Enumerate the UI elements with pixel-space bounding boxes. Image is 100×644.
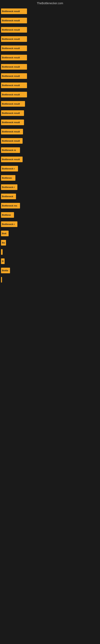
bar-label: Bottleneck result xyxy=(2,47,20,50)
bar-row: Bottleneck result xyxy=(1,82,99,88)
bottleneck-bar: Bottleneck result xyxy=(1,46,27,51)
site-title: TheBottlenecker.com xyxy=(0,0,100,6)
bar-row: Bottleneck result xyxy=(1,64,99,70)
bottleneck-bar: Bottlenec xyxy=(1,175,15,181)
bottleneck-bar: Bottleneck result xyxy=(1,36,27,42)
bottleneck-bar: Bottle xyxy=(1,268,10,273)
bar-row: Bottleneck result xyxy=(1,120,99,125)
bar-label: Bottleneck result xyxy=(2,130,20,133)
bars-container: Bottleneck resultBottleneck resultBottle… xyxy=(0,6,100,288)
bar-row: Bottle xyxy=(1,268,99,273)
bottleneck-bar: Bottleneck result xyxy=(1,156,23,162)
bar-row: Bottleneck result xyxy=(1,129,99,134)
bar-label: Bottleneck result xyxy=(2,10,20,12)
bar-label: Bottleneck r xyxy=(2,168,15,170)
bar-row: Bottleneck r xyxy=(1,184,99,190)
bar-label: Bottleneck result xyxy=(2,140,20,142)
bar-label: Bottleneck result xyxy=(2,94,20,96)
bottleneck-bar: Bottleneck result xyxy=(1,120,24,125)
bar-row: Bottleneck result xyxy=(1,46,99,51)
bar-label: B xyxy=(2,260,3,262)
bar-label: Bottleneck result xyxy=(2,103,20,105)
bar-row xyxy=(1,249,99,255)
bottleneck-bar: Bottleneck result xyxy=(1,27,27,32)
bar-row: Bottleneck result xyxy=(1,36,99,42)
bar-row: Bottleneck result xyxy=(1,27,99,32)
bar-label: Bottleneck result xyxy=(2,19,20,22)
bottleneck-bar: Bottleneck r xyxy=(1,184,17,190)
bottleneck-bar: Bottleneck res xyxy=(1,203,20,208)
bar-label: Bottleneck result xyxy=(2,38,20,40)
bottleneck-bar: B xyxy=(1,258,4,264)
bar-row: Bottleneck r xyxy=(1,222,99,227)
bar-label: Bottleneck result xyxy=(2,158,20,160)
bar-row: Bottleneck r xyxy=(1,166,99,172)
bottleneck-bar: Bottleneck result xyxy=(1,129,23,134)
bar-row: Bottleneck result xyxy=(1,138,99,144)
bar-row: Bottlene xyxy=(1,212,99,218)
bottleneck-bar: Bottleneck xyxy=(1,194,16,199)
bar-label: Bottleneck r xyxy=(2,223,15,226)
bar-label: Bottlenec xyxy=(2,177,12,179)
bar-row: Bottleneck result xyxy=(1,156,99,162)
bar-label: Bottleneck result xyxy=(2,56,20,59)
bar-label: Bottleneck result xyxy=(2,75,20,77)
bottleneck-bar: Bottleneck result xyxy=(1,64,27,70)
bottleneck-bar: Bottleneck result xyxy=(1,55,27,60)
bar-row: Bottleneck xyxy=(1,194,99,199)
bar-row: Bottleneck result xyxy=(1,110,99,116)
bar-label: Bottleneck result xyxy=(2,28,20,31)
bar-row: Bottleneck result xyxy=(1,92,99,98)
bottleneck-bar: Bottleneck result xyxy=(1,101,25,107)
bottleneck-bar: Bottlene xyxy=(1,212,14,218)
bottleneck-bar: Bottleneck r xyxy=(1,166,18,172)
bar-row: Bo xyxy=(1,240,99,246)
bar-row: Bottleneck result xyxy=(1,55,99,60)
bar-row: Bottlenec xyxy=(1,175,99,181)
bottleneck-bar: Bottleneck result xyxy=(1,18,27,23)
bottleneck-bar: Bottleneck result xyxy=(1,110,24,116)
bar-label: Bottleneck result xyxy=(2,112,20,114)
bar-label: Bottleneck xyxy=(2,195,13,198)
bottleneck-bar: Bottleneck result xyxy=(1,92,27,98)
bar-label: Bottleneck re xyxy=(2,149,16,151)
bar-row: Bottleneck result xyxy=(1,8,99,14)
bar-row: Bottleneck res xyxy=(1,203,99,208)
bar-label: Bottleneck result xyxy=(2,121,20,124)
bar-row: Bottleneck result xyxy=(1,101,99,107)
bar-row: Bott xyxy=(1,231,99,236)
bar-label: Bo xyxy=(2,242,5,244)
bar-row: Bottleneck result xyxy=(1,73,99,79)
bar-row: B xyxy=(1,258,99,264)
bottleneck-bar: Bott xyxy=(1,231,9,236)
bottleneck-bar: Bottleneck result xyxy=(1,8,27,14)
bottleneck-bar xyxy=(1,277,2,282)
bottleneck-bar: Bottleneck result xyxy=(1,138,23,144)
bar-label: Bottleneck result xyxy=(2,66,20,68)
bar-label: Bottleneck r xyxy=(2,186,15,188)
bottleneck-bar: Bo xyxy=(1,240,6,246)
bottleneck-bar: Bottleneck result xyxy=(1,82,27,88)
bar-label: Bottleneck result xyxy=(2,84,20,86)
bar-label: Bott xyxy=(2,232,6,235)
bottleneck-bar xyxy=(1,249,2,255)
bottleneck-bar: Bottleneck re xyxy=(1,147,20,153)
bottleneck-bar: Bottleneck r xyxy=(1,222,17,227)
bar-row: Bottleneck re xyxy=(1,147,99,153)
bar-label: Bottleneck res xyxy=(2,204,17,207)
bar-row xyxy=(1,277,99,282)
bar-label: Bottlene xyxy=(2,214,11,216)
bottleneck-bar: Bottleneck result xyxy=(1,73,27,79)
bar-label: Bottle xyxy=(2,269,8,272)
bar-row: Bottleneck result xyxy=(1,18,99,23)
